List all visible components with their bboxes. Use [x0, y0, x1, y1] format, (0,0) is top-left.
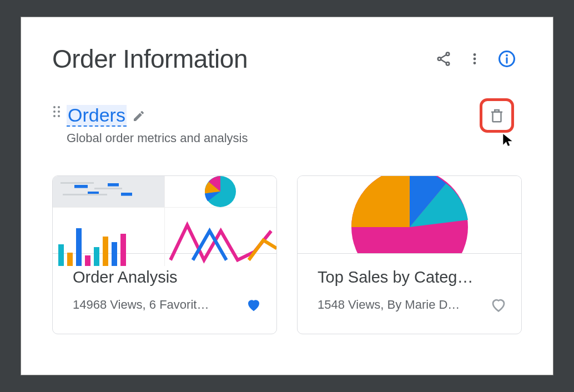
svg-point-1	[438, 57, 441, 61]
svg-point-7	[474, 62, 476, 64]
svg-point-15	[53, 115, 56, 117]
svg-point-0	[446, 53, 450, 56]
header-row: Order Information	[52, 44, 522, 74]
svg-point-13	[53, 110, 56, 113]
section-title-group: Orders Global order metrics and analysis	[67, 105, 248, 145]
svg-point-9	[506, 54, 508, 57]
card-preview	[53, 176, 276, 254]
map-thumbnail-icon	[53, 176, 165, 208]
svg-point-5	[474, 53, 476, 56]
pie-chart-icon	[165, 176, 277, 208]
header-actions	[435, 49, 516, 68]
pie-chart-icon	[351, 176, 468, 254]
svg-point-16	[58, 115, 60, 117]
card-order-analysis[interactable]: Order Analysis 14968 Views, 6 Favorit…	[52, 175, 277, 334]
drag-handle-icon[interactable]	[52, 105, 61, 120]
cards-row: Order Analysis 14968 Views, 6 Favorit…	[52, 175, 522, 334]
order-information-panel: Order Information	[21, 17, 553, 375]
card-top-sales[interactable]: Top Sales by Categ… 1548 Views, By Marie…	[297, 175, 522, 334]
section-header: Orders Global order metrics and analysis	[52, 105, 522, 145]
card-meta: 1548 Views, By Marie D…	[318, 298, 485, 312]
favorite-icon[interactable]	[245, 296, 262, 313]
svg-line-3	[441, 55, 446, 58]
info-icon[interactable]	[497, 49, 516, 68]
svg-point-14	[58, 110, 60, 113]
svg-line-4	[441, 59, 446, 63]
more-vert-icon[interactable]	[467, 51, 482, 67]
svg-point-11	[53, 106, 56, 108]
cursor-pointer-icon	[501, 133, 515, 149]
section-title-input[interactable]: Orders	[67, 105, 127, 127]
section-description: Global order metrics and analysis	[67, 131, 248, 145]
card-title: Top Sales by Categ…	[318, 268, 507, 287]
card-preview	[298, 176, 521, 254]
card-meta: 14968 Views, 6 Favorit…	[73, 298, 240, 312]
delete-icon[interactable]	[489, 107, 505, 124]
delete-button-highlight	[480, 98, 514, 133]
pencil-icon[interactable]	[132, 109, 145, 123]
svg-point-6	[474, 58, 476, 61]
svg-point-12	[58, 106, 60, 108]
svg-point-2	[446, 62, 450, 66]
card-title: Order Analysis	[73, 268, 262, 287]
share-icon[interactable]	[435, 51, 452, 67]
line-chart-icon	[165, 208, 277, 266]
page-title: Order Information	[52, 44, 248, 74]
favorite-outline-icon[interactable]	[490, 296, 507, 313]
bar-chart-icon	[53, 208, 165, 266]
